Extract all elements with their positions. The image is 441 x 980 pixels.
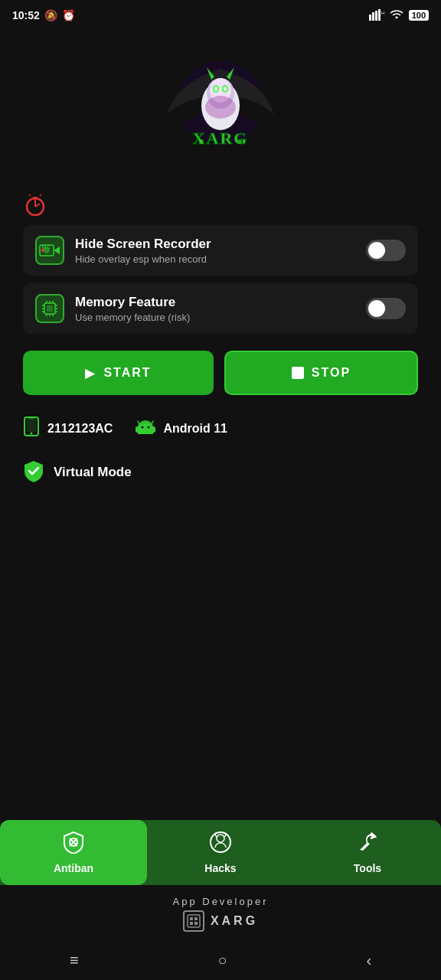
timer-icon	[23, 191, 51, 219]
svg-point-15	[205, 96, 236, 119]
rec-icon: REC	[35, 236, 64, 265]
svg-rect-63	[190, 917, 193, 920]
hide-screen-recorder-card: REC Hide Screen Recorder Hide overlay es…	[23, 225, 418, 276]
svg-line-55	[152, 421, 153, 424]
svg-text:HD: HD	[381, 11, 384, 15]
hide-screen-recorder-text: Hide Screen Recorder Hide overlay esp wh…	[75, 237, 355, 265]
start-label: START	[103, 366, 151, 380]
shield-check-icon	[23, 459, 44, 485]
play-icon: ▶	[85, 366, 96, 381]
status-bar: 10:52 🔕 ⏰ HD 100	[0, 0, 441, 31]
nav-item-antiban[interactable]: Antiban	[0, 820, 147, 885]
stop-icon	[292, 367, 304, 379]
device-id-item: 2112123AC	[23, 416, 113, 441]
svg-point-14	[224, 87, 227, 91]
svg-point-51	[138, 423, 153, 434]
toggle-thumb-2	[368, 300, 385, 317]
hide-screen-recorder-subtitle: Hide overlay esp when record	[75, 253, 355, 265]
antiban-label: Antiban	[54, 862, 93, 874]
svg-point-53	[148, 426, 150, 429]
svg-rect-65	[190, 922, 193, 925]
svg-rect-45	[27, 420, 36, 432]
app-logo: XARG	[159, 46, 282, 168]
status-left: 10:52 🔕 ⏰	[12, 9, 75, 21]
android-version-item: Android 11	[136, 418, 227, 439]
svg-rect-1	[372, 12, 374, 21]
memory-feature-card: Memory Feature Use memory feature (risk)	[23, 283, 418, 334]
svg-line-23	[29, 194, 31, 196]
logo-area: XARG	[0, 31, 441, 176]
virtual-mode-label: Virtual Mode	[54, 465, 132, 480]
hacks-label: Hacks	[204, 862, 236, 874]
back-button[interactable]: ‹	[354, 949, 384, 972]
dev-brand: XARG	[183, 910, 258, 932]
svg-rect-62	[188, 915, 200, 927]
start-button[interactable]: ▶ START	[23, 351, 214, 395]
phone-icon	[23, 416, 40, 441]
main-content: REC Hide Screen Recorder Hide overlay es…	[0, 176, 441, 820]
svg-line-54	[138, 421, 139, 424]
hide-screen-recorder-title: Hide Screen Recorder	[75, 237, 355, 252]
svg-rect-64	[194, 917, 198, 920]
signal-icon: HD	[369, 8, 384, 23]
wifi-icon	[389, 8, 404, 23]
svg-rect-56	[136, 426, 139, 433]
svg-rect-47	[28, 418, 34, 420]
svg-point-29	[41, 249, 44, 252]
svg-point-60	[217, 835, 224, 842]
tools-icon	[356, 831, 379, 859]
battery-icon: 100	[409, 10, 429, 21]
svg-rect-0	[369, 15, 371, 21]
status-right: HD 100	[369, 8, 429, 23]
svg-line-24	[40, 194, 41, 196]
svg-rect-22	[33, 197, 38, 199]
svg-rect-31	[47, 305, 53, 312]
stop-label: STOP	[312, 366, 351, 380]
dev-brand-icon	[183, 910, 204, 932]
device-id-value: 2112123AC	[47, 422, 113, 436]
svg-point-18	[237, 139, 242, 144]
device-info-row: 2112123AC Android 11	[23, 409, 418, 449]
timer-row	[23, 184, 418, 225]
virtual-mode-row: Virtual Mode	[23, 449, 418, 496]
svg-rect-2	[375, 11, 377, 21]
buttons-row: ▶ START STOP	[23, 351, 418, 395]
svg-rect-3	[378, 9, 381, 21]
chip-icon	[35, 294, 64, 323]
antiban-icon	[62, 831, 85, 859]
svg-rect-66	[194, 922, 198, 925]
nav-item-tools[interactable]: Tools	[294, 820, 441, 885]
svg-point-13	[214, 87, 217, 91]
memory-feature-subtitle: Use memory feature (risk)	[75, 312, 355, 323]
developer-footer: App Developer XARG	[0, 885, 441, 938]
nav-item-hacks[interactable]: Hacks	[147, 820, 294, 885]
memory-feature-toggle[interactable]	[366, 298, 406, 319]
hacks-icon	[209, 831, 232, 859]
svg-point-46	[31, 433, 33, 435]
hide-screen-recorder-toggle[interactable]	[366, 240, 406, 261]
svg-point-17	[199, 139, 204, 144]
memory-feature-title: Memory Feature	[75, 295, 355, 310]
stop-button[interactable]: STOP	[224, 351, 418, 395]
bottom-nav: Antiban Hacks Tools	[0, 820, 441, 885]
svg-text:XARG: XARG	[193, 129, 249, 148]
svg-marker-26	[54, 247, 60, 254]
svg-text:REC: REC	[42, 245, 51, 250]
android-version-value: Android 11	[163, 422, 227, 436]
menu-button[interactable]: ≡	[57, 949, 91, 972]
android-icon	[136, 418, 155, 439]
home-button[interactable]: ○	[205, 949, 239, 972]
alarm-icon: ⏰	[62, 9, 75, 21]
svg-rect-57	[152, 426, 155, 433]
memory-feature-text: Memory Feature Use memory feature (risk)	[75, 295, 355, 323]
system-nav: ≡ ○ ‹	[0, 938, 441, 980]
toggle-thumb	[368, 242, 385, 259]
tools-label: Tools	[354, 862, 381, 874]
mute-icon: 🔕	[44, 9, 57, 21]
svg-point-52	[142, 426, 144, 429]
time-display: 10:52	[12, 9, 40, 21]
dev-label: App Developer	[173, 896, 269, 907]
dev-brand-name: XARG	[211, 914, 258, 928]
